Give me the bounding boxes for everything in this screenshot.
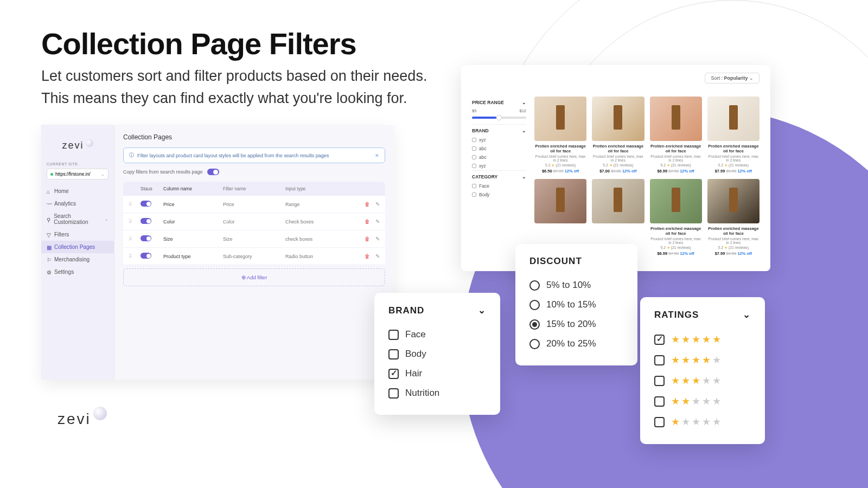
column-name: Product type [163,254,223,259]
price-slider[interactable] [472,117,526,119]
checkbox-icon [388,388,399,399]
discount-option[interactable]: 5% to 10% [529,275,623,295]
storefront-preview: Sort : Popularity ⌄ PRICE RANGE⌄ $5$12 B… [461,65,770,271]
nav-search-customization[interactable]: ⚲Search Customization⌄ [41,210,114,228]
admin-panel: zevi CURRENT SITE https://firstone.in/ ⌄… [41,125,394,380]
product-desc: Product brief comes here, max in 2 lines [592,155,644,162]
product-desc: Product brief comes here, max in 2 lines [707,237,760,245]
facet-option[interactable]: xyz [472,162,526,170]
row-toggle[interactable] [141,235,151,241]
discount-option[interactable]: 15% to 20% [529,314,623,334]
checkbox-icon [654,417,665,427]
add-filter-button[interactable]: ⊕ Add filter [123,268,385,286]
rating-option[interactable]: ★★★★★ [654,329,751,350]
product-rating: 5.2 ★ (21 reviews) [650,246,702,250]
facet-option[interactable]: Face [472,182,526,190]
product-title: Protien enriched massage oil for face [592,144,644,153]
product-image [534,179,586,223]
facet-brand[interactable]: BRAND⌄ [472,124,526,136]
nav-home[interactable]: ⌂Home [41,185,114,197]
checkbox-icon [472,146,476,151]
drag-handle-icon[interactable]: ⠿ [129,219,141,224]
checkbox-icon [472,138,476,142]
edit-icon[interactable]: ✎ [375,219,380,224]
checkbox-icon [654,355,665,365]
product-card[interactable]: Protien enriched massage oil for face Pr… [650,97,702,174]
facet-category[interactable]: CATEGORY⌄ [472,170,526,182]
delete-icon[interactable]: 🗑 [365,253,370,259]
close-icon[interactable]: ✕ [375,153,379,158]
nav-filters[interactable]: ▽Filters [41,228,114,241]
facet-option[interactable]: Body [472,190,526,199]
discount-option[interactable]: 20% to 25% [529,334,623,354]
nav-settings[interactable]: ⚙Settings [41,266,114,278]
checkbox-icon [388,369,399,379]
delete-icon[interactable]: 🗑 [365,236,370,242]
copy-filters-toggle[interactable] [207,169,219,175]
nav-collection-pages[interactable]: ▦Collection Pages [41,241,114,253]
checkbox-icon [654,396,665,407]
brand-option[interactable]: Nutrition [388,383,486,403]
chevron-down-icon[interactable]: ⌄ [478,305,486,316]
brand-option[interactable]: Body [388,344,486,364]
product-rating: 5.2 ★ (21 reviews) [707,163,760,168]
star-icon: ★ [551,163,554,167]
product-card[interactable]: Protien enriched massage oil for face Pr… [707,97,760,174]
rating-option[interactable]: ★★★★★ [654,350,751,370]
filter-name: Size [223,236,285,242]
product-grid: Protien enriched massage oil for face Pr… [534,97,760,256]
product-card[interactable]: Protien enriched massage oil for face Pr… [534,97,586,174]
rating-option[interactable]: ★★★★★ [654,391,751,412]
facet-option[interactable]: abc [472,144,526,153]
ratings-filter-popup: RATINGS⌄ ★★★★★★★★★★★★★★★★★★★★★★★★★ [640,297,765,444]
drag-handle-icon[interactable]: ⠿ [129,236,141,242]
nav-merchandising[interactable]: ⚐Merchandising [41,253,114,266]
facet-option[interactable]: abc [472,153,526,162]
rating-option[interactable]: ★★★★★ [654,412,751,432]
filters-table: Staus Column name Filter name Input type… [123,182,385,265]
site-selector[interactable]: https://firstone.in/ ⌄ [47,169,108,179]
edit-icon[interactable]: ✎ [375,253,380,259]
product-rating: 5.2 ★ (21 reviews) [707,246,760,250]
footer-logo: zevi [58,407,107,428]
product-desc: Product brief comes here, max in 2 lines [650,237,702,245]
edit-icon[interactable]: ✎ [375,201,380,207]
filter-name: Price [223,202,285,207]
rating-option[interactable]: ★★★★★ [654,370,751,391]
product-desc: Product brief comes here, max in 2 lines [707,155,760,162]
row-toggle[interactable] [141,218,151,224]
product-desc: Product brief comes here, max in 2 lines [534,155,586,162]
product-desc: Product brief comes here, max in 2 lines [650,155,702,162]
chevron-down-icon: ⌄ [749,75,754,81]
discount-filter-popup: DISCOUNT 5% to 10%10% to 15%15% to 20%20… [515,244,637,365]
discount-option[interactable]: 10% to 15% [529,295,623,314]
delete-icon[interactable]: 🗑 [365,219,370,224]
table-row: ⠿ Size Size check boxes 🗑 ✎ [123,230,385,248]
facet-price-range[interactable]: PRICE RANGE⌄ [472,97,526,107]
star-rating: ★★★★★ [671,333,723,345]
product-card[interactable]: Protien enriched massage oil for face Pr… [592,97,644,174]
product-card[interactable]: Protien enriched massage oil for face Pr… [650,179,702,256]
home-icon: ⌂ [47,189,52,194]
brand-option[interactable]: Hair [388,364,486,383]
row-toggle[interactable] [141,201,151,207]
search-icon: ⚲ [47,217,51,222]
product-image [650,179,702,223]
sort-button[interactable]: Sort : Popularity ⌄ [705,73,760,84]
chevron-down-icon[interactable]: ⌄ [743,309,751,320]
chevron-down-icon: ⌄ [522,128,526,133]
facet-option[interactable]: xyz [472,136,526,144]
product-card[interactable]: Protien enriched massage oil for face Pr… [707,179,760,256]
page-title: Collection Page Filters [41,26,356,61]
brand-option[interactable]: Face [388,325,486,344]
edit-icon[interactable]: ✎ [375,236,380,242]
column-name: Price [163,202,223,207]
delete-icon[interactable]: 🗑 [365,201,370,207]
drag-handle-icon[interactable]: ⠿ [129,254,141,259]
drag-handle-icon[interactable]: ⠿ [129,202,141,207]
nav-analytics[interactable]: 〰Analytics [41,197,114,210]
star-icon: ★ [724,246,727,249]
chevron-down-icon: ⌄ [522,174,526,179]
product-image [534,97,586,141]
row-toggle[interactable] [141,253,151,259]
